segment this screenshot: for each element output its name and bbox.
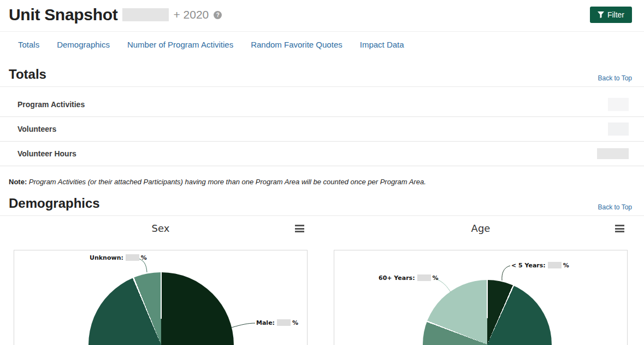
demographics-charts: Sex Unknown:% Male:% Age <box>0 223 644 345</box>
filter-button[interactable]: Filter <box>590 7 632 23</box>
chart-title: Sex <box>152 223 170 234</box>
pie-label-unknown: Unknown:% <box>90 254 147 261</box>
nav-link-demographics[interactable]: Demographics <box>57 40 110 49</box>
row-label: Volunteer Hours <box>17 149 76 158</box>
back-to-top-link[interactable]: Back to Top <box>598 203 632 211</box>
title-group: Unit Snapshot + 2020 ? <box>9 5 222 24</box>
totals-table: Program Activities Volunteers Volunteer … <box>0 92 644 166</box>
table-row: Program Activities <box>0 92 644 117</box>
note-text: Program Activities (or their attached Pa… <box>29 178 426 186</box>
funnel-icon <box>598 11 604 18</box>
nav-link-totals[interactable]: Totals <box>18 40 39 49</box>
nav-link-favorite-quotes[interactable]: Random Favorite Quotes <box>251 40 342 49</box>
hamburger-menu-icon[interactable] <box>295 225 304 234</box>
age-chart: Age < 5 Years:% 60+ Years:% <box>334 223 628 345</box>
filter-button-label: Filter <box>607 10 624 19</box>
redacted-percent <box>126 254 139 261</box>
chart-title: Age <box>471 223 491 234</box>
nav-link-program-activities[interactable]: Number of Program Activities <box>127 40 233 49</box>
totals-heading: Totals <box>9 67 46 82</box>
redacted-percent <box>548 262 562 268</box>
help-icon[interactable]: ? <box>214 11 222 19</box>
note-label: Note: <box>9 178 27 186</box>
totals-note: Note: Program Activities (or their attac… <box>9 178 635 186</box>
pie-label-under5: < 5 Years:% <box>511 262 569 269</box>
page-header: Unit Snapshot + 2020 ? Filter <box>0 0 644 32</box>
table-row: Volunteers <box>0 117 644 142</box>
pie-label-male: Male:% <box>256 319 298 326</box>
year-suffix: + 2020 <box>173 8 209 21</box>
redacted-value <box>597 148 629 159</box>
redacted-percent <box>277 319 291 326</box>
sex-chart-plot-area: Unknown:% Male:% <box>14 250 308 345</box>
age-chart-title-row: Age <box>334 223 628 238</box>
hamburger-menu-icon[interactable] <box>615 225 624 234</box>
demographics-section-header: Demographics Back to Top <box>0 186 644 216</box>
row-label: Volunteers <box>17 125 56 133</box>
nav-link-impact-data[interactable]: Impact Data <box>360 40 404 49</box>
back-to-top-link[interactable]: Back to Top <box>598 74 632 82</box>
table-row: Volunteer Hours <box>0 142 644 166</box>
sex-chart-title-row: Sex <box>14 223 308 238</box>
pie-label-60plus: 60+ Years:% <box>379 274 439 282</box>
row-label: Program Activities <box>17 100 85 109</box>
page-title: Unit Snapshot <box>9 5 117 24</box>
totals-section-header: Totals Back to Top <box>0 57 644 87</box>
demographics-heading: Demographics <box>9 196 100 211</box>
section-nav: Totals Demographics Number of Program Ac… <box>0 32 644 57</box>
age-pie-chart[interactable] <box>423 280 552 345</box>
age-chart-plot-area: < 5 Years:% 60+ Years:% <box>334 250 628 345</box>
redacted-value <box>608 122 629 136</box>
redacted-value <box>608 98 629 111</box>
redacted-percent <box>417 274 431 281</box>
redacted-unit-name <box>122 8 169 21</box>
sex-pie-chart[interactable] <box>88 272 234 345</box>
sex-chart: Sex Unknown:% Male:% <box>14 223 308 345</box>
